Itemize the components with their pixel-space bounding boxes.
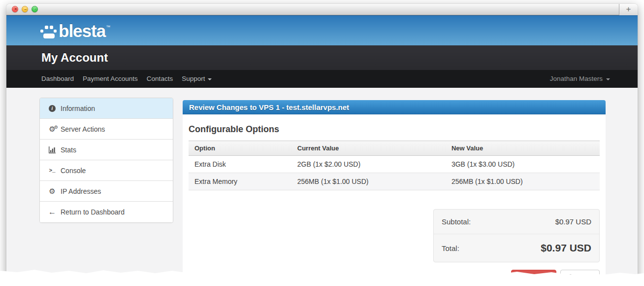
- brand-header: blesta ™: [6, 15, 638, 45]
- subtotal-label: Subtotal:: [442, 217, 471, 226]
- nav-links: Dashboard Payment Accounts Contacts Supp…: [6, 70, 216, 88]
- user-menu-label: Jonathan Masters: [550, 70, 603, 88]
- nav-payment-accounts[interactable]: Payment Accounts: [78, 70, 142, 88]
- sidebar: i Information ⚙ Server Actions: [39, 98, 173, 223]
- col-current-value: Current Value: [291, 141, 446, 156]
- caret-down-icon: [208, 78, 212, 80]
- gear-icon: ⚙: [47, 188, 57, 195]
- nav-contacts[interactable]: Contacts: [142, 70, 177, 88]
- config-options-table: Option Current Value New Value Extra Dis…: [189, 141, 600, 190]
- sidebar-item-server-actions[interactable]: ⚙ Server Actions: [40, 119, 173, 140]
- caret-down-icon: [606, 78, 610, 80]
- page-title: My Account: [41, 45, 638, 70]
- sidebar-item-console[interactable]: >_ Console: [40, 160, 173, 181]
- table-row: Extra Memory 256MB (1x $1.00 USD) 256MB …: [189, 173, 600, 190]
- option-new-value: 3GB (1x $3.00 USD): [446, 156, 600, 173]
- option-new-value: 256MB (1x $1.00 USD): [446, 173, 600, 190]
- total-value: $0.97 USD: [541, 242, 591, 254]
- nav-user-area: Jonathan Masters: [550, 70, 638, 88]
- terminal-icon: >_: [47, 168, 57, 174]
- sidebar-item-label: Information: [61, 105, 95, 112]
- option-current-value: 256MB (1x $1.00 USD): [291, 173, 446, 190]
- new-tab-button[interactable]: +: [619, 4, 638, 15]
- screen: + blesta ™ My Account Dashboard Payment …: [0, 0, 644, 286]
- option-current-value: 2GB (1x $2.00 USD): [291, 156, 446, 173]
- option-name: Extra Memory: [189, 173, 291, 190]
- nav-support-label: Support: [182, 70, 205, 88]
- arrow-circle-right-icon: [567, 274, 574, 281]
- panel-title: Review Changes to VPS 1 - test.stellarvp…: [183, 100, 606, 114]
- action-buttons: Cancel Save: [511, 270, 600, 286]
- section-heading: Configurable Options: [183, 114, 606, 135]
- totals-box: Subtotal: $0.97 USD Total: $0.97 USD: [433, 209, 600, 262]
- sidebar-item-information[interactable]: i Information: [40, 98, 173, 119]
- browser-window: + blesta ™ My Account Dashboard Payment …: [6, 4, 638, 286]
- col-new-value: New Value: [446, 141, 600, 156]
- save-button-label: Save: [577, 274, 593, 282]
- sidebar-item-ip-addresses[interactable]: ⚙ IP Addresses: [40, 181, 173, 202]
- trademark-symbol: ™: [106, 25, 110, 30]
- sidebar-item-label: IP Addresses: [61, 187, 101, 195]
- ban-icon: [518, 274, 525, 281]
- subtotal-value: $0.97 USD: [555, 217, 591, 226]
- page-title-bar: My Account: [6, 45, 638, 70]
- nav-support[interactable]: Support: [177, 70, 216, 88]
- window-controls: [12, 6, 38, 12]
- info-circle-icon: i: [47, 105, 57, 112]
- content-area: i Information ⚙ Server Actions: [6, 88, 638, 286]
- sidebar-item-label: Return to Dashboard: [61, 208, 125, 216]
- option-name: Extra Disk: [189, 156, 291, 173]
- sidebar-item-label: Server Actions: [61, 125, 105, 133]
- nav-dashboard[interactable]: Dashboard: [37, 70, 78, 88]
- window-zoom-button[interactable]: [32, 6, 38, 12]
- table-header-row: Option Current Value New Value: [189, 141, 600, 156]
- cancel-button[interactable]: Cancel: [511, 270, 556, 286]
- review-changes-panel: Review Changes to VPS 1 - test.stellarvp…: [183, 100, 606, 286]
- sidebar-item-stats[interactable]: Stats: [40, 140, 173, 160]
- cancel-button-label: Cancel: [528, 274, 549, 282]
- panel-body: Configurable Options Option Current Valu…: [183, 114, 606, 286]
- user-menu[interactable]: Jonathan Masters: [550, 70, 610, 88]
- arrow-left-icon: ←: [47, 209, 57, 215]
- window-close-button[interactable]: [12, 6, 18, 12]
- blesta-smiley-icon: [40, 26, 57, 39]
- save-button[interactable]: Save: [560, 270, 600, 286]
- blesta-logo[interactable]: blesta ™: [40, 22, 110, 40]
- total-label: Total:: [442, 244, 459, 252]
- sidebar-item-label: Stats: [61, 146, 76, 154]
- window-minimize-button[interactable]: [22, 6, 28, 12]
- sidebar-item-return-to-dashboard[interactable]: ← Return to Dashboard: [40, 202, 173, 222]
- cogs-icon: ⚙: [47, 126, 57, 133]
- subtotal-row: Subtotal: $0.97 USD: [434, 210, 599, 234]
- bar-chart-icon: [47, 146, 57, 153]
- brand-name: blesta: [59, 22, 105, 40]
- total-row: Total: $0.97 USD: [434, 234, 599, 262]
- table-row: Extra Disk 2GB (1x $2.00 USD) 3GB (1x $3…: [189, 156, 600, 173]
- sidebar-item-label: Console: [61, 167, 86, 175]
- window-titlebar: +: [6, 4, 638, 15]
- col-option: Option: [189, 141, 291, 156]
- main-nav: Dashboard Payment Accounts Contacts Supp…: [6, 70, 638, 88]
